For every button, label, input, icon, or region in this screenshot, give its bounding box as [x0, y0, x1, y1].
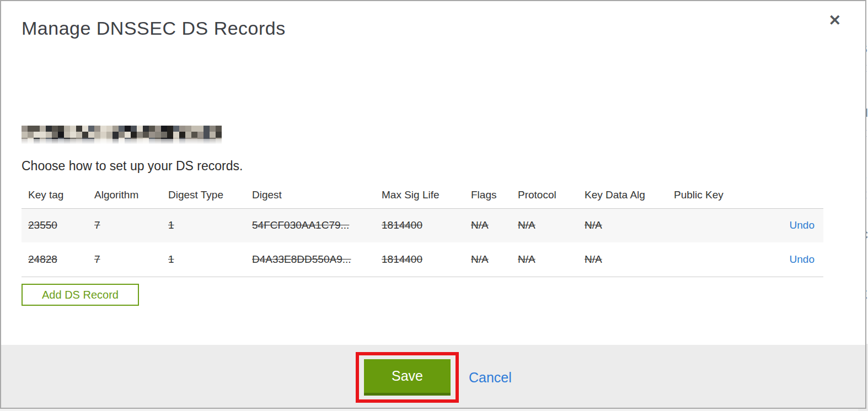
modal-footer: Save Cancel — [1, 345, 865, 408]
cell-key-tag: 23550 — [22, 208, 94, 242]
screenshot-canvas: S N L C E Manage DNSSEC DS Records ✕ Cho… — [0, 0, 868, 411]
cell-protocol: N/A — [518, 208, 585, 242]
save-annotation-box: Save — [356, 352, 459, 403]
column-header-public-key: Public Key — [674, 182, 757, 208]
column-header-algorithm: Algorithm — [94, 182, 168, 208]
cell-key-tag: 24828 — [22, 242, 94, 277]
cell-max-sig-life: 1814400 — [382, 208, 471, 242]
cell-flags: N/A — [471, 208, 518, 242]
cell-key-data-alg: N/A — [585, 208, 674, 242]
footer-actions: Save Cancel — [356, 352, 512, 403]
cell-key-data-alg: N/A — [585, 242, 674, 277]
close-icon[interactable]: ✕ — [828, 13, 841, 28]
page-title: Manage DNSSEC DS Records — [22, 18, 286, 39]
instruction-text: Choose how to set up your DS records. — [22, 159, 243, 174]
column-header-flags: Flags — [471, 182, 518, 208]
column-header-digest-type: Digest Type — [168, 182, 252, 208]
cell-public-key — [674, 208, 757, 242]
cell-digest: 54FCF030AA1C79... — [252, 208, 382, 242]
undo-link[interactable]: Undo — [790, 219, 815, 231]
cell-digest-type: 1 — [168, 242, 252, 277]
ds-records-table: Key tag Algorithm Digest Type Digest Max… — [22, 182, 823, 277]
cell-algorithm: 7 — [94, 208, 168, 242]
table-row: 23550 7 1 54FCF030AA1C79... 1814400 N/A … — [22, 208, 823, 242]
table-header-row: Key tag Algorithm Digest Type Digest Max… — [22, 182, 823, 208]
column-header-digest: Digest — [252, 182, 382, 208]
cell-max-sig-life: 1814400 — [382, 242, 471, 277]
column-header-key-data-alg: Key Data Alg — [585, 182, 674, 208]
redacted-domain-name — [22, 126, 222, 144]
column-header-key-tag: Key tag — [22, 182, 94, 208]
cancel-link[interactable]: Cancel — [469, 370, 512, 386]
cell-digest-type: 1 — [168, 208, 252, 242]
cell-digest: D4A33E8DD550A9... — [252, 242, 382, 277]
cell-public-key — [674, 242, 757, 277]
column-header-actions — [757, 182, 823, 208]
column-header-protocol: Protocol — [518, 182, 585, 208]
manage-dnssec-modal: Manage DNSSEC DS Records ✕ Choose how to… — [0, 0, 866, 409]
cell-protocol: N/A — [518, 242, 585, 277]
table-row: 24828 7 1 D4A33E8DD550A9... 1814400 N/A … — [22, 242, 823, 277]
column-header-max-sig-life: Max Sig Life — [382, 182, 471, 208]
save-button[interactable]: Save — [364, 359, 451, 396]
cell-actions: Undo — [757, 208, 823, 242]
undo-link[interactable]: Undo — [790, 253, 815, 265]
cell-algorithm: 7 — [94, 242, 168, 277]
cell-flags: N/A — [471, 242, 518, 277]
cell-actions: Undo — [757, 242, 823, 277]
add-ds-record-button[interactable]: Add DS Record — [22, 284, 139, 306]
